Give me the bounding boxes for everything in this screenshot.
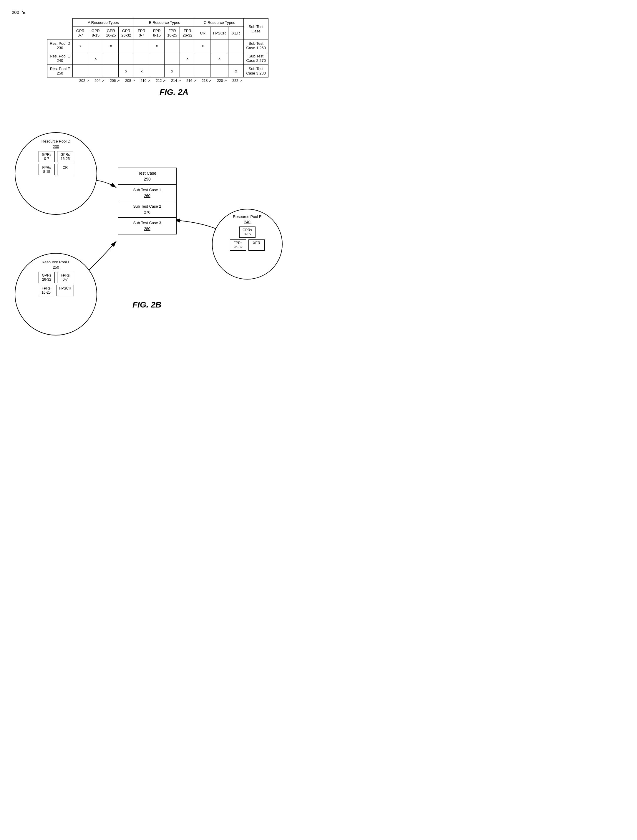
pool-d-row1: GPRs0-7 GPRs16-25	[20, 151, 92, 162]
pool-e-row1: GPRs8-15	[216, 226, 279, 238]
col-gpr-8-15: GPR8-15	[88, 27, 103, 39]
pool-d-gprs-1625: GPRs16-25	[57, 151, 73, 162]
sub-test-3-row: Sub Test Case 3280	[118, 218, 176, 234]
fig2b: Resource Pool D230 GPRs0-7 GPRs16-25 FPR…	[6, 109, 312, 338]
cell-d-subtest: Sub TestCase 1 260	[244, 39, 268, 52]
col-fpr-8-15: FPR8-15	[149, 27, 164, 39]
pool-f-circle-label: Resource Pool F250	[20, 259, 92, 270]
pool-d-fprs-815: FPRs8-15	[39, 164, 55, 175]
col-id-218: 218 ↗	[199, 79, 214, 83]
cell-d-gpr07: x	[73, 39, 88, 52]
cell-f-fpr815	[149, 65, 164, 77]
cell-e-gpr2632	[118, 52, 134, 65]
pool-d-row2: FPRs8-15 CR	[20, 164, 92, 175]
col-cr: CR	[195, 27, 210, 39]
cell-d-cr: x	[195, 39, 210, 52]
pool-e-circle-label: Resource Pool E240	[216, 214, 279, 225]
cell-e-subtest: Sub TestCase 2 270	[244, 52, 268, 65]
cell-d-gpr815	[88, 39, 103, 52]
cell-e-fpr815	[149, 52, 164, 65]
fig2a-title: FIG. 2A	[35, 87, 312, 97]
group-c-header: C Resource Types	[195, 19, 244, 27]
pool-d-cr: CR	[57, 164, 73, 175]
cell-f-gpr815	[88, 65, 103, 77]
cell-d-fpr815: x	[149, 39, 164, 52]
cell-f-xer: x	[229, 65, 244, 77]
pool-f-fprs-1625: FPRs16-25	[38, 285, 54, 296]
cell-f-fpr1625: x	[164, 65, 180, 77]
cell-f-cr	[195, 65, 210, 77]
col-fpr-16-25: FPR16-25	[164, 27, 180, 39]
cell-e-fpscr: x	[210, 52, 229, 65]
pool-f-gprs-2632: GPRs26-32	[39, 272, 55, 283]
test-case-header: Test Case290	[118, 168, 176, 185]
cell-e-cr	[195, 52, 210, 65]
pool-e-row2: FPRs26-32 XER	[216, 240, 279, 251]
cell-d-gpr2632	[118, 39, 134, 52]
group-a-header: A Resource Types	[73, 19, 134, 27]
col-gpr-0-7: GPR0-7	[73, 27, 88, 39]
col-gpr-16-25: GPR16-25	[103, 27, 118, 39]
pool-f-circle: Resource Pool F250 GPRs26-32 FPRs0-7 FPR…	[15, 253, 97, 335]
fig2a-table-wrapper: A Resource Types B Resource Types C Reso…	[47, 18, 312, 83]
sub-test-1-row: Sub Test Case 1260	[118, 185, 176, 201]
cell-d-fpr1625	[164, 39, 180, 52]
col-xer: XER	[229, 27, 244, 39]
col-id-214: 214 ↗	[169, 79, 184, 83]
pool-e-xer: XER	[248, 240, 265, 251]
group-b-header: B Resource Types	[134, 19, 195, 27]
cell-e-fpr07	[134, 52, 149, 65]
fig2b-title: FIG. 2B	[132, 300, 161, 309]
col-fpr-26-32: FPR26-32	[180, 27, 195, 39]
pool-f-row2: FPRs16-25 FPSCR	[20, 285, 92, 296]
col-id-208: 208 ↗	[123, 79, 138, 83]
col-id-202: 202 ↗	[77, 79, 92, 83]
table-row: Res. Pool F250 x x x x Sub TestCase 3 28…	[47, 65, 268, 77]
cell-f-fpr07: x	[134, 65, 149, 77]
cell-e-gpr1625	[103, 52, 118, 65]
pool-d-label: Res. Pool D230	[47, 39, 73, 52]
col-id-216: 216 ↗	[184, 79, 199, 83]
cell-e-fpr1625	[164, 52, 180, 65]
cell-e-gpr815: x	[88, 52, 103, 65]
fig-arrow-icon: ↘	[21, 9, 25, 15]
pool-f-fpscr: FPSCR	[57, 285, 74, 296]
cell-d-fpr2632	[180, 39, 195, 52]
cell-d-xer	[229, 39, 244, 52]
column-id-labels: 202 ↗ 204 ↗ 206 ↗ 208 ↗ 210 ↗ 212 ↗ 214 …	[47, 79, 312, 83]
table-row: Res. Pool D230 x x x x Sub TestCase 1 26…	[47, 39, 268, 52]
pool-e-label: Res. Pool E240	[47, 52, 73, 65]
cell-e-xer	[229, 52, 244, 65]
pool-f-label: Res. Pool F250	[47, 65, 73, 77]
pool-e-circle: Resource Pool E240 GPRs8-15 FPRs26-32 XE…	[212, 209, 282, 279]
cell-f-fpscr	[210, 65, 229, 77]
sub-test-2-row: Sub Test Case 2270	[118, 201, 176, 218]
col-id-210: 210 ↗	[138, 79, 153, 83]
resource-table: A Resource Types B Resource Types C Reso…	[47, 18, 268, 77]
cell-d-gpr1625: x	[103, 39, 118, 52]
col-fpscr: FPSCR	[210, 27, 229, 39]
fig-label: 200	[12, 10, 19, 15]
pool-d-circle: Resource Pool D230 GPRs0-7 GPRs16-25 FPR…	[15, 132, 97, 215]
col-id-206: 206 ↗	[107, 79, 123, 83]
cell-d-fpscr	[210, 39, 229, 52]
pool-f-fprs-07: FPRs0-7	[57, 272, 73, 283]
test-case-box: Test Case290 Sub Test Case 1260 Sub Test…	[118, 167, 177, 234]
cell-f-subtest: Sub TestCase 3 280	[244, 65, 268, 77]
col-id-220: 220 ↗	[214, 79, 230, 83]
cell-e-gpr07	[73, 52, 88, 65]
cell-f-gpr07	[73, 65, 88, 77]
col-gpr-26-32: GPR26-32	[118, 27, 134, 39]
sub-test-case-header: Sub TestCase	[244, 19, 268, 39]
col-id-212: 212 ↗	[153, 79, 169, 83]
pool-e-gprs-815: GPRs8-15	[239, 226, 255, 238]
cell-d-fpr07	[134, 39, 149, 52]
cell-e-fpr2632: x	[180, 52, 195, 65]
col-id-222: 222 ↗	[230, 79, 245, 83]
col-fpr-0-7: FPR0-7	[134, 27, 149, 39]
fig2a: 200 ↘ A Resource Types B Resource Types …	[12, 9, 312, 97]
pool-e-fprs-2632: FPRs26-32	[230, 240, 246, 251]
pool-d-circle-label: Resource Pool D230	[20, 139, 92, 149]
pool-d-gprs-07: GPRs0-7	[39, 151, 55, 162]
cell-f-gpr2632: x	[118, 65, 134, 77]
